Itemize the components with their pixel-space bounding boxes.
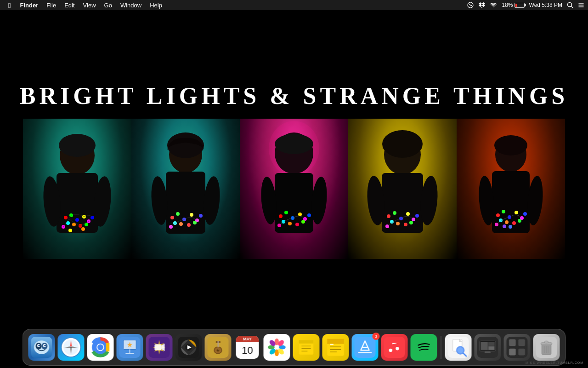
menu-go[interactable]: Go <box>101 0 116 10</box>
svg-point-70 <box>406 212 410 216</box>
menu-finder[interactable]: Finder <box>16 0 42 10</box>
svg-point-104 <box>39 345 40 346</box>
panels-container <box>23 119 565 259</box>
svg-point-75 <box>409 221 413 224</box>
svg-point-84 <box>502 210 505 213</box>
dock-icon-keynote[interactable] <box>117 334 143 361</box>
svg-rect-182 <box>509 339 516 346</box>
svg-rect-189 <box>545 341 548 343</box>
svg-point-57 <box>288 222 292 225</box>
dock-icon-app2[interactable] <box>504 334 531 361</box>
svg-point-172 <box>458 347 464 353</box>
svg-point-44 <box>199 214 203 218</box>
dock-icon-safari[interactable] <box>58 334 85 361</box>
menu-window[interactable]: Window <box>117 0 145 10</box>
dock-icon-fcpx[interactable] <box>175 334 202 361</box>
svg-point-24 <box>85 223 88 226</box>
menu-help[interactable]: Help <box>146 0 166 10</box>
desktop: BRIGHT LIGHTS & STRANGE THINGS <box>0 10 588 368</box>
spotlight-icon[interactable] <box>567 2 573 8</box>
svg-rect-184 <box>509 349 516 356</box>
dock-icon-appstore[interactable]: 3 <box>352 334 379 361</box>
apple-menu[interactable]:  <box>4 0 15 10</box>
svg-point-47 <box>275 134 313 154</box>
svg-point-41 <box>187 223 191 227</box>
dock-icon-music[interactable] <box>381 334 408 361</box>
svg-point-152 <box>275 345 279 349</box>
svg-point-83 <box>496 213 500 217</box>
svg-point-119 <box>97 345 103 351</box>
svg-rect-179 <box>488 346 494 350</box>
svg-point-35 <box>176 212 180 216</box>
dock-icon-imovie[interactable] <box>146 334 173 361</box>
svg-point-90 <box>512 221 516 225</box>
menu-view[interactable]: View <box>79 0 100 10</box>
dock-icon-preview[interactable] <box>445 334 472 361</box>
svg-point-77 <box>415 214 419 218</box>
panel-1 <box>23 119 131 259</box>
menu-file[interactable]: File <box>43 0 60 10</box>
battery-status[interactable]: 18% <box>502 2 524 8</box>
svg-point-115 <box>70 346 72 348</box>
svg-point-5 <box>481 7 482 8</box>
calendar-date: 10 <box>236 342 259 359</box>
dock-icon-photos[interactable] <box>264 334 290 361</box>
dock-icon-notes[interactable] <box>322 334 349 361</box>
dock-icon-finder[interactable] <box>28 334 55 361</box>
svg-rect-180 <box>485 351 491 353</box>
dock-icon-chrome[interactable] <box>87 334 114 361</box>
wifi-icon[interactable] <box>490 2 497 8</box>
svg-point-54 <box>298 213 302 216</box>
panel-3 <box>240 119 348 259</box>
menu-edit[interactable]: Edit <box>61 0 78 10</box>
menu-left:  Finder File Edit View Go Window Help <box>4 0 166 10</box>
svg-point-12 <box>59 134 96 157</box>
svg-line-7 <box>571 6 573 8</box>
svg-rect-124 <box>125 353 134 354</box>
svg-point-30 <box>167 132 204 158</box>
svg-point-91 <box>518 219 521 223</box>
svg-point-79 <box>494 135 527 155</box>
svg-rect-128 <box>154 345 161 351</box>
dock-icon-trash[interactable] <box>533 334 560 361</box>
svg-rect-154 <box>299 340 313 343</box>
svg-point-28 <box>81 227 85 231</box>
svg-point-61 <box>307 213 311 217</box>
activity-monitor-icon[interactable] <box>467 2 474 8</box>
svg-point-89 <box>505 220 509 224</box>
notification-center-icon[interactable] <box>578 2 584 8</box>
dock-separator <box>441 336 441 359</box>
svg-point-73 <box>396 222 400 225</box>
svg-point-52 <box>284 211 288 214</box>
menu-right: 18% Wed 5:38 PM <box>467 2 584 8</box>
wallpaper-content: BRIGHT LIGHTS & STRANGE THINGS <box>0 10 588 368</box>
dock-icon-screencast[interactable] <box>475 334 501 361</box>
time-display: Wed 5:38 PM <box>529 2 562 8</box>
svg-point-168 <box>415 339 432 356</box>
dock-icon-spotify[interactable] <box>411 334 437 361</box>
svg-rect-167 <box>384 337 405 358</box>
svg-point-95 <box>503 224 506 228</box>
clock[interactable]: Wed 5:38 PM <box>529 2 562 8</box>
svg-marker-4 <box>479 4 482 7</box>
dropbox-icon[interactable] <box>479 2 485 8</box>
svg-point-74 <box>404 223 407 226</box>
svg-point-94 <box>509 225 512 229</box>
svg-point-86 <box>514 211 518 214</box>
svg-point-18 <box>75 218 79 222</box>
svg-point-51 <box>279 214 283 218</box>
svg-point-67 <box>387 214 390 218</box>
svg-rect-31 <box>166 172 205 234</box>
svg-point-58 <box>295 223 299 226</box>
calendar-month: MAY <box>236 336 259 342</box>
dock-icon-calendar[interactable]: MAY 10 <box>234 334 261 361</box>
dock-icon-stickies[interactable] <box>293 334 320 361</box>
svg-point-40 <box>179 222 183 226</box>
svg-point-42 <box>193 221 197 224</box>
dock-icon-garageband[interactable] <box>205 334 232 361</box>
svg-rect-183 <box>518 339 525 346</box>
wallpaper-title: BRIGHT LIGHTS & STRANGE THINGS <box>20 82 569 109</box>
svg-marker-3 <box>482 4 485 7</box>
menubar:  Finder File Edit View Go Window Help <box>0 0 588 10</box>
dock: MAY 10 <box>23 329 566 366</box>
